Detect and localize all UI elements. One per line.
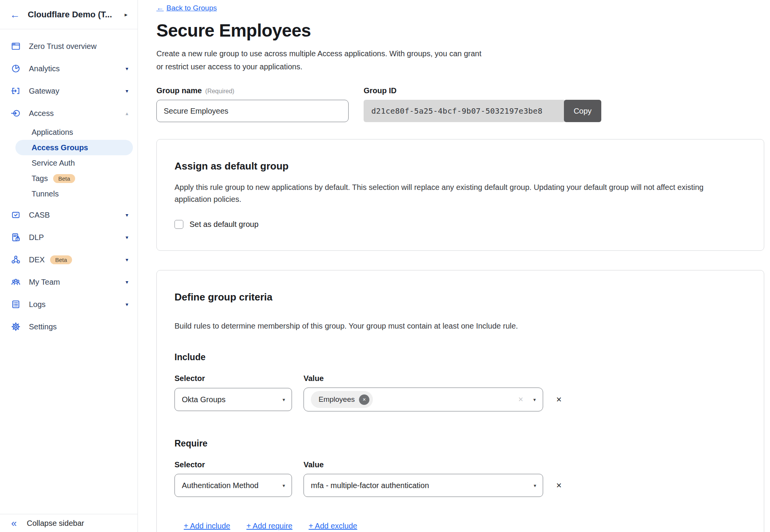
account-title: Cloudflare Demo (T... [28, 10, 112, 20]
sidebar-item-dex[interactable]: DEX Beta ▾ [0, 248, 138, 271]
chevron-down-icon[interactable]: ▾ [126, 279, 128, 285]
value-chip-label: Employees [319, 395, 355, 404]
chevron-down-icon[interactable]: ▾ [126, 88, 128, 94]
required-hint: (Required) [205, 88, 235, 95]
include-value-multiselect[interactable]: Employees × × ▾ [304, 388, 543, 411]
sidebar-item-label: My Team [29, 278, 60, 287]
add-include-link[interactable]: + Add include [184, 522, 230, 530]
document-lock-icon [10, 232, 21, 243]
caret-down-icon: ▾ [282, 397, 285, 403]
sidebar-item-zero-trust-overview[interactable]: Zero Trust overview [0, 35, 138, 57]
sub-item-label: Access Groups [32, 143, 88, 152]
add-rule-links: + Add include + Add require + Add exclud… [174, 522, 746, 530]
remove-require-rule-icon[interactable]: × [556, 481, 562, 490]
set-default-group-row[interactable]: Set as default group [174, 220, 746, 229]
require-rule-row: Authentication Method ▾ mfa - multiple-f… [174, 474, 746, 497]
list-document-icon [10, 299, 21, 310]
define-group-criteria-title: Define group criteria [174, 291, 746, 303]
include-heading: Include [174, 352, 746, 362]
gateway-icon [10, 86, 21, 96]
sidebar: ← Cloudflare Demo (T... ▸ Zero Trust ove… [0, 0, 138, 532]
page-title: Secure Employees [156, 20, 764, 41]
window-icon [10, 41, 21, 52]
chip-remove-icon[interactable]: × [359, 394, 369, 405]
collapse-sidebar-button[interactable]: « Collapse sidebar [0, 514, 138, 532]
main-content: ← Back to Groups Secure Employees Create… [138, 0, 770, 532]
back-arrow-icon: ← [156, 4, 164, 12]
sidebar-item-tunnels[interactable]: Tunnels [0, 186, 138, 201]
group-name-label: Group name [156, 86, 202, 95]
require-value-dropdown[interactable]: mfa - multiple-factor authentication ▾ [304, 474, 543, 497]
sidebar-item-gateway[interactable]: Gateway ▾ [0, 80, 138, 102]
collapse-icon: « [11, 518, 17, 528]
require-selector-label: Selector [174, 460, 292, 469]
include-rule-row: Okta Groups ▾ Employees × × ▾ × [174, 388, 746, 411]
page-description-line1: Create a new rule group to use across mu… [156, 47, 764, 60]
include-value-label: Value [304, 374, 324, 383]
chevron-down-icon[interactable]: ▾ [126, 234, 128, 240]
chevron-down-icon[interactable]: ▾ [126, 212, 128, 218]
page-description: Create a new rule group to use across mu… [156, 47, 764, 73]
sidebar-item-casb[interactable]: CASB ▾ [0, 204, 138, 226]
sidebar-item-analytics[interactable]: Analytics ▾ [0, 57, 138, 80]
chevron-right-icon[interactable]: ▸ [124, 11, 127, 18]
add-exclude-link[interactable]: + Add exclude [309, 522, 357, 530]
add-require-link[interactable]: + Add require [247, 522, 293, 530]
sidebar-item-label: Logs [29, 300, 45, 309]
include-selector-value: Okta Groups [182, 395, 225, 404]
back-link-label: Back to Groups [166, 4, 217, 12]
require-selector-value: Authentication Method [182, 481, 258, 490]
sidebar-item-settings[interactable]: Settings [0, 316, 138, 338]
include-selector-label: Selector [174, 374, 292, 383]
sub-item-label: Tags [32, 174, 48, 183]
back-to-groups-link[interactable]: ← Back to Groups [156, 4, 217, 12]
back-arrow-icon[interactable]: ← [10, 10, 20, 20]
sidebar-item-my-team[interactable]: My Team ▾ [0, 271, 138, 293]
define-group-criteria-description: Build rules to determine membership of t… [174, 320, 725, 332]
sidebar-item-label: Access [29, 109, 54, 118]
chevron-down-icon[interactable]: ▾ [126, 257, 128, 263]
chevron-down-icon[interactable]: ▾ [126, 301, 128, 307]
include-selector-dropdown[interactable]: Okta Groups ▾ [174, 388, 292, 411]
sidebar-item-label: DLP [29, 233, 44, 242]
require-value-label: Value [304, 460, 324, 469]
group-id-value: d21ce80f-5a25-4bcf-9b07-5032197e3be8 [364, 100, 565, 122]
sidebar-nav: Zero Trust overview Analytics ▾ Gateway … [0, 29, 138, 338]
caret-down-icon: ▾ [282, 483, 285, 488]
value-chip: Employees × [311, 391, 373, 408]
sidebar-item-dlp[interactable]: DLP ▾ [0, 226, 138, 248]
sidebar-item-tags[interactable]: Tags Beta [0, 171, 138, 186]
group-name-input[interactable] [156, 100, 349, 122]
chevron-up-icon[interactable]: ▴ [126, 110, 128, 116]
chevron-down-icon[interactable]: ▾ [126, 65, 128, 72]
require-selector-dropdown[interactable]: Authentication Method ▾ [174, 474, 292, 497]
sidebar-item-service-auth[interactable]: Service Auth [0, 155, 138, 171]
sidebar-item-label: Gateway [29, 87, 59, 96]
access-sub-list: Applications Access Groups Service Auth … [0, 124, 138, 201]
remove-include-rule-icon[interactable]: × [556, 395, 562, 404]
account-header[interactable]: ← Cloudflare Demo (T... ▸ [0, 0, 138, 29]
sidebar-item-access-groups[interactable]: Access Groups [15, 140, 133, 155]
caret-down-icon: ▾ [533, 483, 536, 488]
copy-button[interactable]: Copy [564, 100, 601, 122]
clear-values-icon[interactable]: × [518, 394, 523, 404]
sub-item-label: Tunnels [32, 190, 59, 198]
group-name-block: Group name (Required) [156, 86, 349, 122]
beta-badge: Beta [50, 255, 72, 264]
people-icon [10, 277, 21, 287]
sub-item-label: Applications [32, 128, 73, 137]
sidebar-item-label: Settings [29, 322, 57, 331]
caret-down-icon: ▾ [533, 397, 536, 403]
sidebar-item-logs[interactable]: Logs ▾ [0, 293, 138, 316]
casb-icon [10, 210, 21, 220]
sidebar-item-applications[interactable]: Applications [0, 124, 138, 140]
access-icon [10, 108, 21, 119]
sidebar-item-label: DEX [29, 255, 45, 264]
set-default-group-checkbox[interactable] [174, 220, 183, 229]
group-id-block: Group ID d21ce80f-5a25-4bcf-9b07-5032197… [364, 86, 601, 122]
assign-default-group-description: Apply this rule group to new application… [174, 181, 725, 205]
require-value-text: mfa - multiple-factor authentication [311, 481, 429, 490]
sidebar-item-label: Analytics [29, 64, 60, 73]
sidebar-item-access[interactable]: Access ▴ [0, 102, 138, 124]
beta-badge: Beta [53, 174, 75, 183]
